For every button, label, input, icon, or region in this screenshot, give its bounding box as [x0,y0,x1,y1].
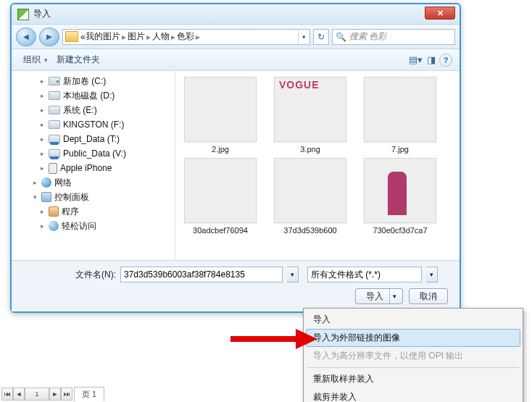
tree-item-label: 系统 (E:) [63,104,97,117]
import-dialog: 导入 ✕ ◄ ► « 我的图片▸ 图片▸ 人物▸ 色彩▸ ▾ ↻ 🔍 搜索 色彩… [10,3,461,313]
import-button[interactable]: 导入 ▾ [355,288,403,304]
tree-item[interactable]: ▾控制面板 [12,190,175,204]
expand-icon[interactable]: ▸ [32,179,38,186]
address-bar[interactable]: « 我的图片▸ 图片▸ 人物▸ 色彩▸ ▾ [62,29,310,45]
import-split-dropdown[interactable]: ▾ [389,289,399,303]
thumbnail-caption: 3.png [300,145,320,154]
drive-icon [49,91,60,100]
filetype-select[interactable] [307,267,422,282]
tree-item-label: 控制面板 [54,191,89,204]
file-thumb[interactable]: 7.jpg [359,77,441,154]
folder-icon [65,31,78,42]
back-button[interactable]: ◄ [16,28,36,46]
tree-item[interactable]: ▸本地磁盘 (D:) [12,88,175,103]
menu-item[interactable]: 导入 [306,311,520,329]
bottom-bar: 文件名(N): ▾ ▾ 导入 ▾ 取消 [12,260,460,311]
expand-icon[interactable]: ▾ [32,193,38,201]
page-prev-button[interactable]: ◄ [13,388,25,401]
menu-item[interactable]: 裁剪并装入 [306,388,520,402]
tree-item[interactable]: ▸Apple iPhone [12,161,175,175]
menu-item: 导入为高分辨率文件，以使用 OPI 输出 [306,347,520,365]
expand-icon[interactable]: ▸ [39,106,46,114]
expand-icon[interactable]: ▸ [39,164,46,172]
help-button[interactable]: ? [439,54,452,67]
forward-button[interactable]: ► [39,28,59,46]
page-number[interactable]: 1 [25,388,49,401]
expand-icon[interactable]: ▸ [39,92,46,99]
close-button[interactable]: ✕ [425,7,455,20]
tree-item[interactable]: ▸新加卷 (C:) [12,74,175,88]
filename-input[interactable] [120,267,283,282]
app-icon [17,9,29,20]
cp-icon [41,192,51,202]
expand-icon[interactable]: ▸ [39,150,46,157]
file-thumb[interactable]: 3.png [270,77,351,154]
crumb[interactable]: 我的图片 [86,30,120,43]
expand-icon[interactable]: ▸ [39,121,46,128]
tree-item-label: 新加卷 (C:) [63,75,106,88]
expand-icon[interactable]: ▸ [39,222,46,230]
tree-item-label: 轻松访问 [62,220,96,233]
file-thumb[interactable]: 730e0cf3d7ca7 [359,158,441,235]
tree-item[interactable]: ▸Public_Data (V:) [12,146,175,161]
nav-row: ◄ ► « 我的图片▸ 图片▸ 人物▸ 色彩▸ ▾ ↻ 🔍 搜索 色彩 [12,25,460,49]
expand-icon[interactable]: ▸ [39,135,46,143]
tree-item[interactable]: ▸网络 [12,175,175,190]
thumbnail-image [364,158,436,223]
thumbnail-image [274,158,346,223]
crumb[interactable]: 图片 [128,30,145,43]
tree-item-label: 本地磁盘 (D:) [63,90,115,102]
window-title: 导入 [33,8,51,20]
dialog-body: ▸新加卷 (C:)▸本地磁盘 (D:)▸系统 (E:)▸KINGSTON (F:… [12,71,460,260]
file-thumb[interactable]: 37d3d539b600 [270,158,351,235]
titlebar: 导入 ✕ [12,4,460,25]
page-tabs: ⏮ ◄ 1 ► ⏭ 页 1 [1,387,104,401]
tree-item-label: 程序 [62,206,79,218]
filename-label: 文件名(N): [75,269,116,281]
thumbnail-image [184,77,257,142]
netdrv-icon [49,135,60,143]
file-gallery[interactable]: 2.jpg3.png7.jpg30adcbef7609437d3d539b600… [175,71,460,260]
drive-icon [49,106,60,114]
thumbnail-caption: 37d3d539b600 [283,226,336,235]
filename-dropdown[interactable]: ▾ [287,267,299,282]
preview-pane-button[interactable]: ◨ [423,52,439,68]
crumb[interactable]: 人物 [152,30,170,43]
cancel-button[interactable]: 取消 [409,288,448,304]
tree-item[interactable]: ▸Dept_Data (T:) [12,132,175,146]
import-dropdown-menu[interactable]: 导入导入为外部链接的图像导入为高分辨率文件，以使用 OPI 输出重新取样并装入裁… [303,308,523,402]
address-dropdown[interactable]: ▾ [298,30,309,44]
crumb[interactable]: 色彩 [177,30,194,43]
thumbnail-caption: 7.jpg [391,145,409,154]
tree-item[interactable]: ▸程序 [12,204,175,219]
page-first-button[interactable]: ⏮ [1,388,13,401]
toolbar: 组织 新建文件夹 ▤▾ ◨ ? [12,49,460,71]
ease-icon [49,221,59,231]
search-icon: 🔍 [336,32,346,42]
page-next-button[interactable]: ► [49,388,61,401]
search-input[interactable]: 🔍 搜索 色彩 [332,29,455,45]
menu-item[interactable]: 导入为外部链接的图像 [306,329,520,347]
thumbnail-image [274,77,346,142]
thumbnail-caption: 30adcbef76094 [193,226,248,235]
tree-item[interactable]: ▸系统 (E:) [12,103,175,117]
thumbnail-caption: 2.jpg [212,145,229,154]
tree-item-label: Apple iPhone [60,163,112,173]
file-thumb[interactable]: 30adcbef76094 [180,158,261,235]
organize-button[interactable]: 组织 [19,51,52,68]
expand-icon[interactable]: ▸ [39,78,46,85]
tree-item[interactable]: ▸轻松访问 [12,219,175,233]
view-options-button[interactable]: ▤▾ [407,52,423,68]
filetype-dropdown[interactable]: ▾ [426,267,438,282]
page-tab[interactable]: 页 1 [74,387,104,401]
menu-item[interactable]: 重新取样并装入 [306,370,520,388]
page-last-button[interactable]: ⏭ [61,388,72,401]
menu-separator [307,367,519,368]
file-thumb[interactable]: 2.jpg [180,77,261,154]
folder-tree[interactable]: ▸新加卷 (C:)▸本地磁盘 (D:)▸系统 (E:)▸KINGSTON (F:… [12,71,175,260]
new-folder-button[interactable]: 新建文件夹 [52,51,104,68]
expand-icon[interactable]: ▸ [39,208,46,215]
prog-icon [49,206,59,217]
tree-item[interactable]: ▸KINGSTON (F:) [12,117,175,132]
refresh-button[interactable]: ↻ [313,29,329,45]
